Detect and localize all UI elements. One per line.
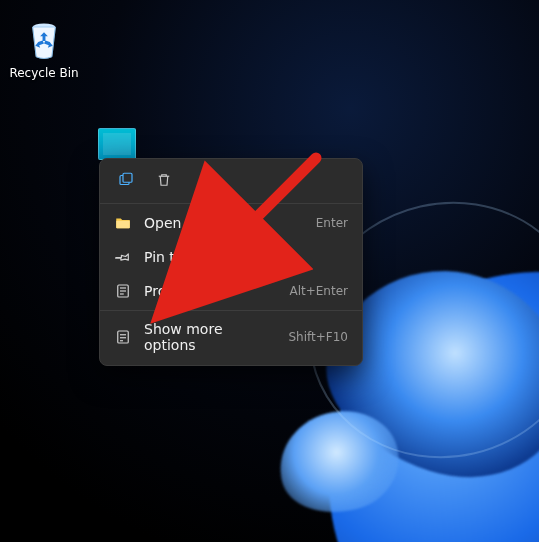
recycle-bin-icon [23,20,65,62]
recycle-bin-label: Recycle Bin [8,66,80,80]
open-in-new-window-button[interactable] [114,169,138,193]
more-options-icon [114,328,132,346]
recycle-bin-desktop-icon[interactable]: Recycle Bin [8,20,80,80]
menu-item-label: Open [144,215,304,231]
menu-item-accelerator: Shift+F10 [288,330,348,344]
menu-item-accelerator: Enter [316,216,348,230]
trash-icon [155,171,173,192]
pin-icon [114,248,132,266]
pin-to-start-menu-item[interactable]: Pin to Start [100,240,362,274]
menu-item-label: Show more options [144,321,276,353]
show-more-options-menu-item[interactable]: Show more options Shift+F10 [100,313,362,361]
selected-folder-icon[interactable] [98,128,136,160]
menu-item-accelerator: Alt+Enter [289,284,348,298]
delete-button[interactable] [152,169,176,193]
properties-icon [114,282,132,300]
menu-item-label: Pin to Start [144,249,336,265]
menu-separator [100,203,362,204]
open-menu-item[interactable]: Open Enter [100,206,362,240]
svg-rect-2 [123,173,132,182]
properties-menu-item[interactable]: Properties Alt+Enter [100,274,362,308]
context-menu: Open Enter Pin to Start Properties Alt+E… [99,158,363,366]
open-with-icon [117,171,135,192]
menu-item-label: Properties [144,283,277,299]
menu-separator [100,310,362,311]
folder-icon [114,214,132,232]
context-menu-top-actions [100,163,362,201]
